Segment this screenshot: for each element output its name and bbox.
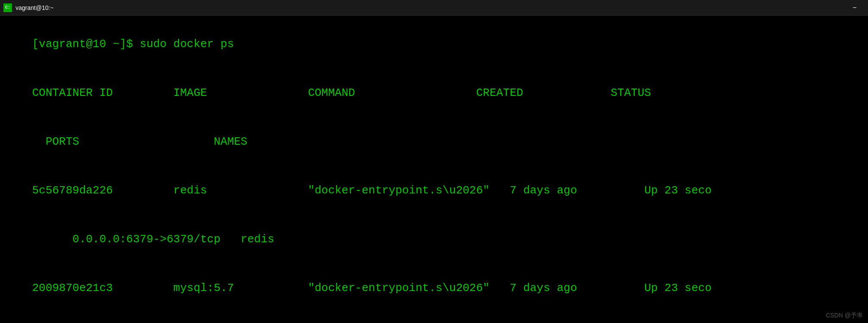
title-bar-controls: − (845, 0, 865, 16)
mysql-row-1: 2009870e21c3 mysql:5.7 "docker-entrypoin… (5, 264, 863, 313)
title-bar-left: C: vagrant@10:~ (3, 3, 54, 12)
header-line-1: CONTAINER ID IMAGE COMMAND CREATED STATU… (5, 69, 863, 117)
terminal-icon: C: (3, 3, 12, 12)
redis-row-1: 5c56789da226 redis "docker-entrypoint.s\… (5, 166, 863, 215)
command-line: [vagrant@10 ~]$ sudo docker ps (5, 20, 863, 69)
minimize-button[interactable]: − (845, 0, 865, 16)
mysql-row-2: 0.0.0.0:3306->3306/tcp, 33060/tcp mysql (5, 313, 863, 323)
redis-row-2: 0.0.0.0:6379->6379/tcp redis (5, 215, 863, 264)
window-title: vagrant@10:~ (16, 4, 54, 11)
header-line-2: PORTS NAMES (5, 117, 863, 166)
terminal-body: [vagrant@10 ~]$ sudo docker ps CONTAINER… (0, 16, 868, 323)
csdn-watermark: CSDN @予率 (826, 312, 863, 320)
title-bar: C: vagrant@10:~ − (0, 0, 868, 16)
